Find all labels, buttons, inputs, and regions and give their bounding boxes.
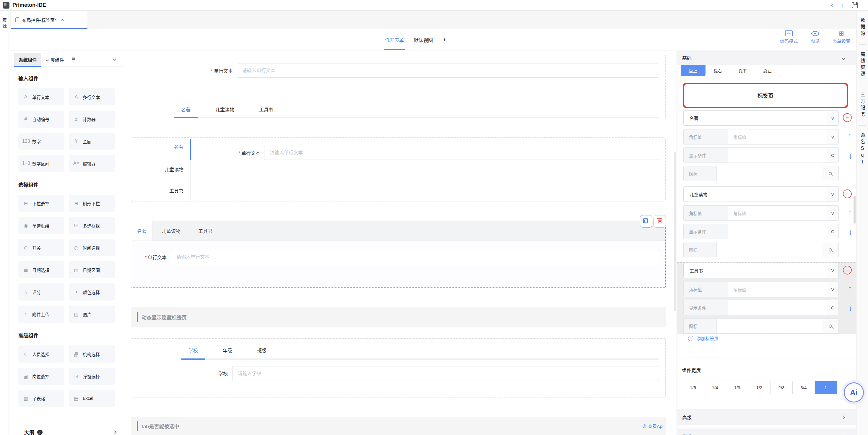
palette-item[interactable]: ⊙开关 [18, 239, 64, 256]
tab-system-components[interactable]: 系统组件 [14, 53, 41, 67]
tab-item[interactable]: 学校 [181, 342, 205, 359]
palette-item[interactable]: ▣岗位选择 [18, 368, 64, 385]
icon-input[interactable] [717, 166, 822, 181]
add-tab-button[interactable]: + 添加标签页 [688, 335, 718, 341]
palette-item[interactable]: 品机构选择 [69, 345, 115, 363]
variable-button[interactable]: V [827, 111, 838, 125]
right-strip-item[interactable]: 离线资源 [859, 44, 866, 85]
tab-name-input[interactable]: 儿童读物V [683, 186, 839, 202]
palette-item[interactable]: ▨图片 [69, 306, 115, 323]
icon-input[interactable] [717, 242, 822, 257]
width-option[interactable]: 1 [815, 381, 837, 394]
condition-input[interactable] [728, 148, 827, 162]
tab-item[interactable]: 工具书 [252, 102, 280, 117]
tabs-component-left[interactable]: 名著 儿童读物 工具书 单行文本 [131, 137, 665, 202]
outline-bar[interactable]: 大纲 i [9, 425, 124, 435]
palette-item[interactable]: ▥子表格 [18, 390, 64, 407]
tab-item[interactable]: 工具书 [189, 221, 221, 241]
badge-input[interactable]: 角标值 [728, 129, 827, 144]
tab-item[interactable]: 名著 [174, 102, 198, 117]
code-mode-button[interactable]: </> 编码模式 [780, 30, 798, 44]
tabs-component-selected[interactable]: 名著 儿童读物 工具书 单行文本 [131, 221, 665, 287]
position-option[interactable]: 靠左 [755, 65, 780, 76]
condition-button[interactable]: C [827, 224, 838, 239]
add-view-button[interactable]: + [443, 29, 446, 51]
badge-input[interactable]: 角标值 [728, 206, 827, 220]
condition-button[interactable]: C [827, 148, 838, 162]
tab-extension-components[interactable]: 扩展组件 [41, 53, 68, 67]
condition-input[interactable] [728, 300, 827, 315]
remove-tab-button[interactable]: − [843, 266, 852, 275]
position-option[interactable]: 靠上 [681, 65, 706, 76]
width-option[interactable]: 1/4 [704, 381, 726, 394]
palette-item[interactable]: 1~3数字区间 [18, 155, 64, 172]
width-option[interactable]: 2/3 [771, 381, 793, 394]
preview-button[interactable]: 预览 [811, 30, 819, 44]
palette-item[interactable]: ☺人员选择 [18, 345, 64, 363]
move-up-button[interactable]: ↑ [848, 284, 852, 293]
canvas-scrollbar[interactable] [674, 152, 676, 311]
palette-item[interactable]: ◷时间选择 [69, 239, 115, 256]
width-option[interactable]: 3/4 [793, 381, 815, 394]
palette-item[interactable]: A单行文本 [18, 88, 64, 105]
icon-search-button[interactable] [822, 242, 838, 257]
nav-forward-icon[interactable]: › [837, 2, 848, 8]
palette-menu-icon[interactable]: ≡ [72, 56, 75, 62]
badge-input[interactable]: 角标值 [728, 282, 827, 297]
basic-section-header[interactable]: 基础 [677, 51, 856, 65]
width-option[interactable]: 1/2 [748, 381, 771, 394]
palette-item[interactable]: ⊞树形下拉 [69, 195, 115, 212]
move-down-button[interactable]: ↓ [848, 227, 852, 237]
palette-item[interactable]: ▧日期区间 [69, 261, 115, 278]
palette-item[interactable]: A多行文本 [69, 88, 115, 105]
position-option[interactable]: 靠右 [706, 65, 730, 76]
palette-item[interactable]: ⊡弹窗选择 [69, 368, 115, 385]
single-line-text-input[interactable] [264, 146, 659, 160]
palette-item[interactable]: ±计数器 [69, 111, 115, 128]
tabs-component-bottom[interactable]: 单行文本 名著 儿童读物 工具书 [131, 55, 665, 118]
variable-button[interactable]: V [827, 206, 838, 220]
palette-item[interactable]: ◉单选框组 [18, 217, 64, 234]
palette-item[interactable]: ▦日期选择 [18, 261, 64, 278]
palette-item[interactable]: ☑多选框组 [69, 217, 115, 234]
palette-item[interactable]: #自动编号 [18, 111, 64, 128]
condition-input[interactable] [728, 224, 827, 239]
palette-item[interactable]: ☆评分 [18, 283, 64, 301]
form-settings-button[interactable]: ⊞ 表单设置 [833, 30, 850, 44]
move-up-button[interactable]: ↑ [848, 208, 852, 217]
remove-tab-button[interactable]: − [843, 113, 852, 122]
right-strip-item[interactable]: 数据源 [859, 11, 866, 44]
move-down-button[interactable]: ↓ [848, 304, 852, 313]
tab-item[interactable]: 儿童读物 [153, 221, 189, 241]
remove-tab-button[interactable]: − [843, 189, 852, 198]
tab-low-code-form[interactable]: 低开表单 [385, 29, 404, 51]
tab-item[interactable]: 儿童读物 [164, 166, 183, 173]
tab-item[interactable]: 班级 [250, 342, 274, 359]
school-input[interactable] [232, 366, 659, 381]
tab-item[interactable]: 年级 [216, 342, 239, 359]
ai-assistant-button[interactable]: Ai [844, 382, 864, 403]
palette-item[interactable]: ⊟下拉选择 [18, 195, 64, 212]
copy-component-button[interactable] [640, 215, 652, 227]
chevron-down-icon[interactable] [113, 57, 116, 61]
palette-item[interactable]: ◑颜色选择 [69, 283, 115, 301]
file-tab[interactable]: 布局控件-标签页* × [11, 11, 88, 29]
tab-item[interactable]: 儿童读物 [208, 102, 241, 117]
tab-default-view[interactable]: 默认视图 [414, 29, 433, 51]
move-up-button[interactable]: ↑ [848, 131, 852, 141]
variable-button[interactable]: V [827, 187, 838, 201]
right-strip-item[interactable]: 命名Sql [859, 126, 866, 173]
palette-item[interactable]: A≡编辑器 [69, 155, 115, 172]
single-line-text-input[interactable] [237, 64, 659, 78]
tab-item[interactable]: 名著 [131, 221, 153, 241]
tab-item[interactable]: 名著 [174, 143, 183, 150]
save-icon[interactable] [852, 2, 858, 8]
palette-item[interactable]: 123数字 [18, 133, 64, 150]
tab-name-input[interactable]: 名著V [683, 110, 839, 126]
single-line-text-input[interactable] [171, 250, 659, 264]
variable-button[interactable]: V [827, 129, 838, 144]
width-option[interactable]: 1/6 [682, 381, 704, 394]
view-api-link[interactable]: ◎ 查看Api [642, 423, 663, 429]
tab-name-input[interactable]: 工具书V [683, 263, 839, 278]
position-option[interactable]: 靠下 [730, 65, 755, 76]
